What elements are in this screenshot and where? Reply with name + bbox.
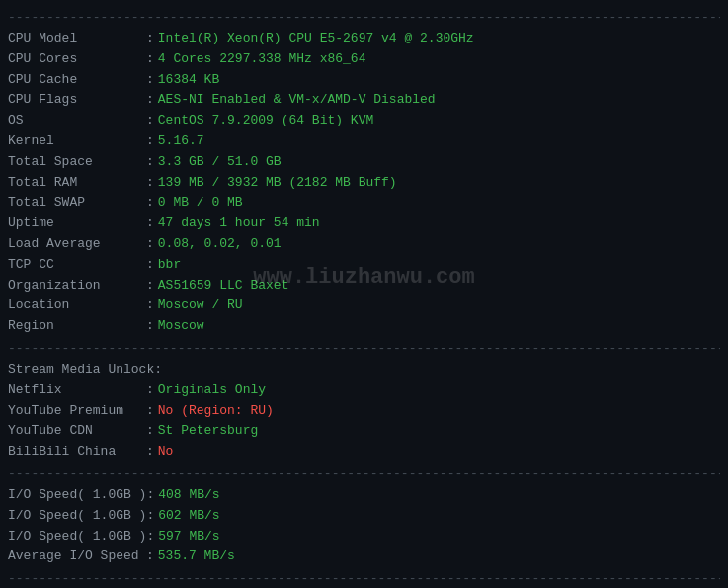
netflix-label: Netflix bbox=[8, 380, 146, 401]
divider-media-top: ----------------------------------------… bbox=[8, 341, 720, 356]
region-label: Region bbox=[8, 316, 146, 337]
cpu-flags-colon: : bbox=[146, 90, 154, 111]
total-ram-value: 139 MB / 3932 MB (2182 MB Buff) bbox=[158, 173, 397, 194]
kernel-label: Kernel bbox=[8, 131, 146, 152]
youtube-cdn-colon: : bbox=[146, 421, 154, 442]
total-ram-label: Total RAM bbox=[8, 173, 146, 194]
cpu-cache-value: 16384 KB bbox=[158, 70, 219, 91]
io3-value: 597 MB/s bbox=[158, 527, 219, 547]
total-space-row: Total Space : 3.3 GB / 51.0 GB bbox=[8, 152, 720, 173]
load-avg-colon: : bbox=[146, 234, 154, 255]
total-ram-row: Total RAM : 139 MB / 3932 MB (2182 MB Bu… bbox=[8, 173, 720, 194]
os-colon: : bbox=[146, 111, 154, 131]
kernel-colon: : bbox=[146, 131, 154, 152]
uptime-value: 47 days 1 hour 54 min bbox=[158, 213, 320, 234]
load-avg-row: Load Average : 0.08, 0.02, 0.01 bbox=[8, 234, 720, 255]
total-space-label: Total Space bbox=[8, 152, 146, 173]
io2-label: I/O Speed( 1.0GB ) bbox=[8, 506, 146, 527]
region-value: Moscow bbox=[158, 316, 204, 337]
cpu-cache-row: CPU Cache : 16384 KB bbox=[8, 70, 720, 91]
uptime-label: Uptime bbox=[8, 213, 146, 234]
bilibili-colon: : bbox=[146, 442, 154, 462]
system-info-section: CPU Model : Intel(R) Xeon(R) CPU E5-2697… bbox=[8, 29, 720, 337]
uptime-row: Uptime : 47 days 1 hour 54 min bbox=[8, 213, 720, 234]
stream-label: Stream Media Unlock bbox=[8, 360, 154, 380]
io2-colon: : bbox=[146, 506, 154, 527]
org-row: Organization : AS51659 LLC Baxet bbox=[8, 276, 720, 296]
tcp-cc-value: bbr bbox=[158, 255, 181, 276]
location-row: Location : Moscow / RU bbox=[8, 295, 720, 316]
region-colon: : bbox=[146, 316, 154, 337]
io-section: I/O Speed( 1.0GB ) : 408 MB/s I/O Speed(… bbox=[8, 485, 720, 567]
cpu-flags-label: CPU Flags bbox=[8, 90, 146, 111]
netflix-value: Originals Only bbox=[158, 380, 266, 401]
cpu-model-row: CPU Model : Intel(R) Xeon(R) CPU E5-2697… bbox=[8, 29, 720, 49]
avg-io-row: Average I/O Speed : 535.7 MB/s bbox=[8, 546, 720, 567]
total-space-colon: : bbox=[146, 152, 154, 173]
avg-io-label: Average I/O Speed bbox=[8, 546, 146, 567]
cpu-model-colon: : bbox=[146, 29, 154, 49]
io1-row: I/O Speed( 1.0GB ) : 408 MB/s bbox=[8, 485, 720, 506]
location-colon: : bbox=[146, 295, 154, 316]
uptime-colon: : bbox=[146, 213, 154, 234]
total-swap-value: 0 MB / 0 MB bbox=[158, 193, 243, 213]
org-colon: : bbox=[146, 276, 154, 296]
tcp-cc-label: TCP CC bbox=[8, 255, 146, 276]
io1-value: 408 MB/s bbox=[158, 485, 219, 506]
cpu-cores-colon: : bbox=[146, 49, 154, 70]
tcp-cc-colon: : bbox=[146, 255, 154, 276]
io3-row: I/O Speed( 1.0GB ) : 597 MB/s bbox=[8, 527, 720, 547]
cpu-model-label: CPU Model bbox=[8, 29, 146, 49]
netflix-colon: : bbox=[146, 380, 154, 401]
youtube-premium-colon: : bbox=[146, 401, 154, 422]
bilibili-value: No bbox=[158, 442, 174, 462]
netflix-row: Netflix : Originals Only bbox=[8, 380, 720, 401]
total-swap-row: Total SWAP : 0 MB / 0 MB bbox=[8, 193, 720, 213]
load-avg-value: 0.08, 0.02, 0.01 bbox=[158, 234, 282, 255]
os-row: OS : CentOS 7.9.2009 (64 Bit) KVM bbox=[8, 111, 720, 131]
youtube-cdn-row: YouTube CDN : St Petersburg bbox=[8, 421, 720, 442]
total-space-value: 3.3 GB / 51.0 GB bbox=[158, 152, 282, 173]
cpu-cache-label: CPU Cache bbox=[8, 70, 146, 91]
divider-top: ----------------------------------------… bbox=[8, 10, 720, 25]
cpu-cores-label: CPU Cores bbox=[8, 49, 146, 70]
total-ram-colon: : bbox=[146, 173, 154, 194]
youtube-premium-row: YouTube Premium : No (Region: RU) bbox=[8, 401, 720, 422]
divider-io-top: ----------------------------------------… bbox=[8, 466, 720, 481]
kernel-value: 5.16.7 bbox=[158, 131, 204, 152]
region-row: Region : Moscow bbox=[8, 316, 720, 337]
stream-colon: : bbox=[154, 360, 162, 380]
load-avg-label: Load Average bbox=[8, 234, 146, 255]
cpu-cores-value: 4 Cores 2297.338 MHz x86_64 bbox=[158, 49, 366, 70]
youtube-cdn-value: St Petersburg bbox=[158, 421, 258, 442]
io3-colon: : bbox=[146, 527, 154, 547]
io2-value: 602 MB/s bbox=[158, 506, 219, 527]
avg-io-colon: : bbox=[146, 546, 154, 567]
io2-row: I/O Speed( 1.0GB ) : 602 MB/s bbox=[8, 506, 720, 527]
tcp-cc-row: TCP CC : bbr bbox=[8, 255, 720, 276]
location-label: Location bbox=[8, 295, 146, 316]
stream-row: Stream Media Unlock : bbox=[8, 360, 720, 380]
divider-geek-top: ----------------------------------------… bbox=[8, 571, 720, 586]
cpu-model-value: Intel(R) Xeon(R) CPU E5-2697 v4 @ 2.30GH… bbox=[158, 29, 474, 49]
io3-label: I/O Speed( 1.0GB ) bbox=[8, 527, 146, 547]
org-label: Organization bbox=[8, 276, 146, 296]
total-swap-label: Total SWAP bbox=[8, 193, 146, 213]
kernel-row: Kernel : 5.16.7 bbox=[8, 131, 720, 152]
os-label: OS bbox=[8, 111, 146, 131]
avg-io-value: 535.7 MB/s bbox=[158, 546, 235, 567]
bilibili-row: BiliBili China : No bbox=[8, 442, 720, 462]
location-value: Moscow / RU bbox=[158, 295, 243, 316]
cpu-cache-colon: : bbox=[146, 70, 154, 91]
org-value: AS51659 LLC Baxet bbox=[158, 276, 289, 296]
cpu-flags-value: AES-NI Enabled & VM-x/AMD-V Disabled bbox=[158, 90, 436, 111]
youtube-premium-value: No (Region: RU) bbox=[158, 401, 274, 422]
io1-colon: : bbox=[146, 485, 154, 506]
youtube-premium-label: YouTube Premium bbox=[8, 401, 146, 422]
media-section: Stream Media Unlock : Netflix : Original… bbox=[8, 360, 720, 462]
cpu-cores-row: CPU Cores : 4 Cores 2297.338 MHz x86_64 bbox=[8, 49, 720, 70]
bilibili-label: BiliBili China bbox=[8, 442, 146, 462]
io1-label: I/O Speed( 1.0GB ) bbox=[8, 485, 146, 506]
total-swap-colon: : bbox=[146, 193, 154, 213]
os-value: CentOS 7.9.2009 (64 Bit) KVM bbox=[158, 111, 373, 131]
